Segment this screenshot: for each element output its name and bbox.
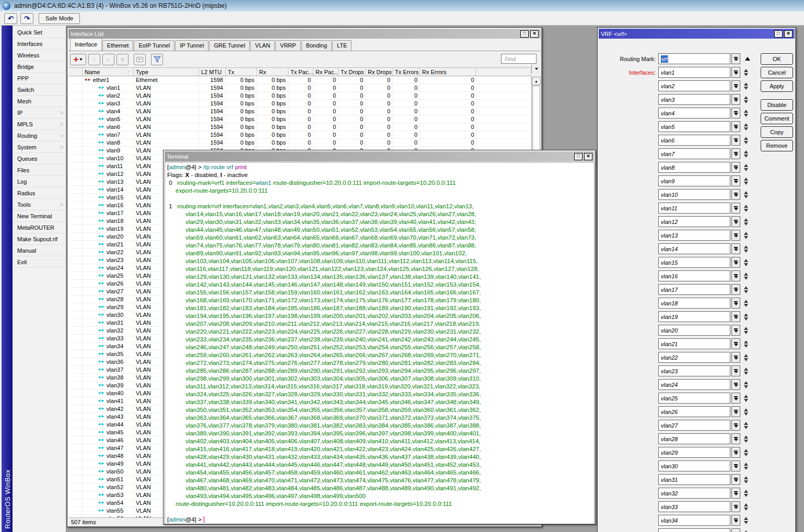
reorder-control[interactable] bbox=[744, 327, 748, 334]
interface-dropdown-icon[interactable] bbox=[731, 352, 740, 363]
interface-dropdown-icon[interactable] bbox=[731, 460, 740, 471]
vrf-interface-input[interactable]: vlan24 bbox=[658, 379, 730, 390]
vrf-interface-input[interactable]: vlan17 bbox=[658, 284, 730, 295]
vrf-interface-input[interactable]: vlan7 bbox=[658, 148, 730, 159]
vrf-interface-input[interactable]: vlan2 bbox=[658, 80, 730, 91]
vrf-interface-input[interactable]: vlan1 bbox=[658, 67, 730, 78]
vrf-interface-input[interactable]: vlan11 bbox=[658, 203, 730, 214]
reorder-control[interactable] bbox=[744, 164, 748, 171]
column-header[interactable]: Rx Drops bbox=[366, 68, 393, 76]
sidebar-item-new-terminal[interactable]: New Terminal bbox=[13, 210, 66, 222]
routing-mark-input[interactable]: vrf bbox=[658, 53, 730, 64]
vrf-interface-input[interactable]: vlan20 bbox=[658, 325, 730, 336]
column-header[interactable]: Type bbox=[134, 68, 199, 76]
vrf-interface-input[interactable]: vlan21 bbox=[658, 338, 730, 349]
maximize-icon[interactable]: □ bbox=[520, 30, 529, 38]
reorder-control[interactable] bbox=[744, 218, 748, 226]
interface-dropdown-icon[interactable] bbox=[731, 67, 740, 78]
vrf-interface-input[interactable]: vlan31 bbox=[658, 474, 730, 485]
tab-ethernet[interactable]: Ethernet bbox=[102, 40, 134, 51]
interface-dropdown-icon[interactable] bbox=[731, 243, 740, 254]
vrf-interface-input[interactable]: vlan4 bbox=[658, 108, 730, 119]
table-row[interactable]: ◄►vlan7VLAN15940 bps0 bps000000 bbox=[68, 131, 531, 139]
interface-dropdown-icon[interactable] bbox=[731, 447, 740, 458]
table-row[interactable]: ◄►vlan8VLAN15940 bps0 bps000000 bbox=[68, 139, 531, 147]
apply-button[interactable]: Apply bbox=[761, 80, 793, 92]
interface-dropdown-icon[interactable] bbox=[731, 298, 740, 309]
vrf-interface-input[interactable]: vlan14 bbox=[658, 243, 730, 254]
sidebar-item-make-supout-rif[interactable]: Make Supout.rif bbox=[13, 233, 66, 245]
reorder-control[interactable] bbox=[744, 476, 748, 483]
cancel-button[interactable]: Cancel bbox=[761, 67, 793, 78]
interface-dropdown-icon[interactable] bbox=[731, 325, 740, 336]
reorder-control[interactable] bbox=[744, 449, 748, 456]
sidebar-item-ppp[interactable]: PPP bbox=[13, 73, 66, 84]
redo-button[interactable]: ↷ bbox=[20, 13, 33, 24]
comment-button[interactable] bbox=[134, 54, 146, 65]
vrf-interface-input[interactable]: vlan3 bbox=[658, 94, 730, 105]
table-row[interactable]: ◄►vlan1VLAN15940 bps0 bps000000 bbox=[68, 84, 531, 92]
reorder-control[interactable] bbox=[744, 530, 748, 532]
interface-dropdown-icon[interactable] bbox=[731, 175, 740, 186]
reorder-control[interactable] bbox=[744, 422, 748, 429]
vrf-interface-input[interactable]: vlan18 bbox=[658, 298, 730, 309]
interface-dropdown-icon[interactable] bbox=[731, 433, 740, 444]
interface-dropdown-icon[interactable] bbox=[731, 515, 740, 526]
terminal-titlebar[interactable]: Terminal □ ✕ bbox=[165, 151, 595, 161]
vrf-interface-input[interactable]: vlan6 bbox=[658, 135, 730, 146]
sidebar-item-ip[interactable]: IP▷ bbox=[13, 107, 66, 119]
interface-dropdown-icon[interactable] bbox=[731, 216, 740, 227]
sidebar-item-exit[interactable]: Exit bbox=[13, 256, 66, 268]
vrf-interface-input[interactable]: vlan23 bbox=[658, 365, 730, 376]
find-input[interactable]: Find bbox=[501, 54, 537, 64]
vrf-interface-input[interactable]: vlan33 bbox=[658, 501, 730, 512]
sidebar-item-interfaces[interactable]: Interfaces bbox=[13, 38, 66, 50]
maximize-icon[interactable]: □ bbox=[574, 153, 582, 160]
column-header[interactable]: Rx bbox=[257, 68, 288, 76]
interface-dropdown-icon[interactable] bbox=[731, 474, 740, 485]
table-header[interactable]: Name∕TypeL2 MTUTxRxTx Pac...Rx Pac...Tx … bbox=[68, 67, 531, 76]
interface-dropdown-icon[interactable] bbox=[731, 311, 740, 322]
reorder-control[interactable] bbox=[744, 354, 748, 361]
scroll-up-icon[interactable]: ▲ bbox=[532, 77, 541, 85]
vrf-interface-input[interactable]: vlan32 bbox=[658, 488, 730, 499]
table-row[interactable]: ◄►vlan5VLAN15940 bps0 bps000000 bbox=[68, 115, 531, 123]
sidebar-item-system[interactable]: System▷ bbox=[13, 141, 66, 153]
interface-dropdown-icon[interactable] bbox=[731, 80, 740, 91]
interface-dropdown-icon[interactable] bbox=[731, 121, 740, 132]
reorder-control[interactable] bbox=[744, 245, 748, 253]
close-icon[interactable]: ✕ bbox=[584, 153, 592, 160]
reorder-control[interactable] bbox=[744, 300, 748, 307]
interface-dropdown-icon[interactable] bbox=[731, 148, 740, 159]
table-row[interactable]: ◄►ether1Ethernet15980 bps0 bps000000 bbox=[68, 76, 531, 84]
vrf-interface-input[interactable]: vlan8 bbox=[658, 162, 730, 173]
close-icon[interactable]: ✕ bbox=[530, 30, 539, 38]
table-row[interactable]: ◄►vlan3VLAN15940 bps0 bps000000 bbox=[68, 100, 531, 108]
interface-dropdown-icon[interactable] bbox=[731, 284, 740, 295]
reorder-control[interactable] bbox=[744, 381, 748, 388]
sidebar-item-metarouter[interactable]: MetaROUTER bbox=[13, 222, 66, 233]
vrf-interface-input[interactable]: vlan22 bbox=[658, 352, 730, 363]
comment-button[interactable]: Comment bbox=[761, 113, 793, 124]
reorder-control[interactable] bbox=[744, 150, 748, 158]
interface-dropdown-icon[interactable] bbox=[731, 189, 740, 200]
vrf-interface-input[interactable]: vlan10 bbox=[658, 189, 730, 200]
vrf-interface-input[interactable]: vlan29 bbox=[658, 447, 730, 458]
interface-dropdown-icon[interactable] bbox=[731, 108, 740, 119]
tab-interface[interactable]: Interface bbox=[70, 38, 102, 51]
reorder-control[interactable] bbox=[744, 191, 748, 198]
interface-dropdown-icon[interactable] bbox=[731, 203, 740, 214]
column-header[interactable]: Name∕ bbox=[83, 68, 134, 76]
reorder-control[interactable] bbox=[744, 517, 748, 524]
interface-dropdown-icon[interactable] bbox=[731, 379, 740, 390]
interface-dropdown-icon[interactable] bbox=[731, 406, 740, 417]
sidebar-item-queues[interactable]: Queues bbox=[13, 153, 66, 164]
reorder-control[interactable] bbox=[744, 313, 748, 321]
column-header[interactable]: Rx Errors bbox=[420, 68, 476, 76]
interface-dropdown-icon[interactable] bbox=[731, 338, 740, 349]
table-row[interactable]: ◄►vlan4VLAN15940 bps0 bps000000 bbox=[68, 108, 531, 115]
maximize-icon[interactable]: □ bbox=[774, 30, 783, 38]
sidebar-item-quick-set[interactable]: Quick Set bbox=[13, 27, 66, 38]
reorder-control[interactable] bbox=[744, 368, 748, 375]
vrf-interface-input[interactable]: vlan16 bbox=[658, 270, 730, 281]
